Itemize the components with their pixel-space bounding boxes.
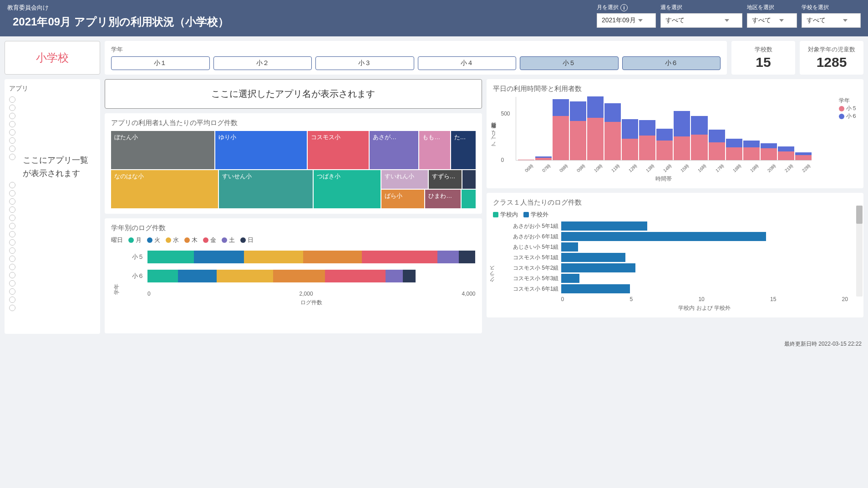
app-radio-item[interactable] xyxy=(9,231,96,237)
logcount-chart[interactable]: 学年 小５小６ 02,0004,000 ログ件数 xyxy=(111,251,476,328)
time-bar[interactable]: 13時 xyxy=(639,120,655,160)
app-radio-item[interactable] xyxy=(9,206,96,213)
top-row: 学年 小１小２小３小４小５小６ 学校数 15 対象学年の児童数 1285 xyxy=(105,41,863,75)
app-radio-item[interactable] xyxy=(9,105,96,111)
grade-button[interactable]: 小５ xyxy=(520,56,619,70)
class-bar[interactable] xyxy=(561,274,848,283)
treemap-cell[interactable]: つばき小 xyxy=(314,170,381,208)
time-chart[interactable]: 学年 小５ 小６ アプリ利用者数/日 500 0 06時07時08時09時10時… xyxy=(493,97,858,183)
class-bar[interactable] xyxy=(561,232,848,241)
app-radio-item[interactable] xyxy=(9,113,96,119)
app-radio-item[interactable] xyxy=(9,129,96,136)
time-bar[interactable]: 21時 xyxy=(778,146,794,160)
treemap-cell[interactable]: あさが… xyxy=(370,131,418,169)
legend-dot xyxy=(128,237,134,243)
grade-button[interactable]: 小６ xyxy=(622,56,721,70)
class-bar[interactable] xyxy=(561,284,848,293)
time-bar[interactable]: 16時 xyxy=(691,116,707,160)
legend-item[interactable]: 日 xyxy=(240,236,254,244)
legend-item[interactable]: 水 xyxy=(166,236,179,244)
filter-region-select[interactable]: すべて xyxy=(747,13,797,28)
treemap-cell[interactable]: た… xyxy=(451,131,476,169)
legend-item[interactable]: 金 xyxy=(203,236,216,244)
header-subtitle: 教育委員会向け xyxy=(7,4,229,12)
class-bar[interactable] xyxy=(561,263,848,272)
filter-week-select[interactable]: すべて xyxy=(660,13,742,28)
time-bar[interactable]: 11時 xyxy=(604,103,621,160)
legend-item[interactable]: 土 xyxy=(222,236,235,244)
time-bar[interactable]: 06時 xyxy=(518,160,534,160)
app-radio-item[interactable] xyxy=(9,288,96,295)
app-radio-item[interactable] xyxy=(9,305,96,311)
app-radio-item[interactable] xyxy=(9,182,96,188)
app-radio-item[interactable] xyxy=(9,297,96,303)
app-radio-item[interactable] xyxy=(9,280,96,287)
app-radio-item[interactable] xyxy=(9,121,96,127)
time-bar[interactable]: 22時 xyxy=(795,152,812,160)
app-radio-item[interactable] xyxy=(9,239,96,246)
treemap-cell[interactable]: すいせん小 xyxy=(219,170,313,208)
treemap-cell[interactable]: コスモス小 xyxy=(308,131,369,169)
time-bar[interactable]: 14時 xyxy=(656,129,673,160)
radio-icon xyxy=(9,280,15,287)
bar-segment xyxy=(459,251,476,263)
time-bar[interactable]: 12時 xyxy=(622,119,638,160)
time-bar[interactable]: 20時 xyxy=(761,143,777,160)
legend-item[interactable]: 月 xyxy=(128,236,142,244)
stacked-bar[interactable] xyxy=(147,270,416,282)
time-bar[interactable]: 08時 xyxy=(553,99,569,160)
time-bar[interactable]: 17時 xyxy=(709,130,725,160)
info-icon[interactable]: i xyxy=(620,4,628,11)
treemap-cell[interactable]: ひまわ… xyxy=(425,190,461,208)
grade-button[interactable]: 小１ xyxy=(111,56,210,70)
class-bar[interactable] xyxy=(561,253,848,262)
treemap-cell[interactable]: もも… xyxy=(419,131,450,169)
legend-item[interactable]: 木 xyxy=(184,236,198,244)
app-radio-item[interactable] xyxy=(9,96,96,103)
scrollbar-thumb[interactable] xyxy=(856,206,863,224)
grade-button[interactable]: 小２ xyxy=(213,56,312,70)
app-radio-item[interactable] xyxy=(9,137,96,144)
app-radio-item[interactable] xyxy=(9,198,96,205)
class-chart[interactable]: クラス あさがお小 5年1組あさがお小 6年1組あじさい小 5年1組コスモス小 … xyxy=(493,221,858,312)
app-radio-item[interactable] xyxy=(9,256,96,262)
app-radio-item[interactable] xyxy=(9,247,96,254)
time-bar[interactable]: 15時 xyxy=(674,111,690,160)
app-radio-item[interactable]: ここにアプリ一覧が表示されます xyxy=(9,154,96,180)
app-radio-item[interactable] xyxy=(9,146,96,152)
page-title: 2021年09月 アプリ別の利用状況（小学校） xyxy=(13,15,229,29)
time-bar[interactable]: 18時 xyxy=(726,139,742,160)
treemap-chart[interactable]: ぼたん小ゆり小コスモス小あさが…もも…た…なのはな小すいせん小つばき小すいれん小… xyxy=(111,131,476,208)
time-bar[interactable]: 10時 xyxy=(587,96,604,160)
treemap-cell[interactable] xyxy=(462,190,475,208)
time-bar[interactable]: 07時 xyxy=(535,156,552,160)
time-bar[interactable]: 09時 xyxy=(570,101,586,160)
app-radio-item[interactable] xyxy=(9,215,96,221)
class-bar-label: あさがお小 6年1組 xyxy=(493,233,559,241)
app-radio-item[interactable] xyxy=(9,223,96,229)
treemap-cell[interactable]: ばら小 xyxy=(381,190,424,208)
treemap-cell[interactable]: ゆり小 xyxy=(215,131,307,169)
bar-segment xyxy=(674,111,690,136)
grade-button[interactable]: 小３ xyxy=(315,56,414,70)
treemap-cell[interactable]: すずら… xyxy=(429,170,462,189)
treemap-cell[interactable]: ぼたん小 xyxy=(111,131,214,169)
legend-item[interactable]: 火 xyxy=(147,236,160,244)
bar-segment xyxy=(561,284,630,293)
stacked-bar[interactable] xyxy=(147,251,476,263)
treemap-cell[interactable]: すいれん小 xyxy=(381,170,428,189)
filter-month-select[interactable]: 2021年09月 xyxy=(597,13,656,28)
grade-button[interactable]: 小４ xyxy=(418,56,517,70)
filter-school-select[interactable]: すべて xyxy=(802,13,861,28)
app-radio-item[interactable] xyxy=(9,264,96,270)
app-radio-item[interactable] xyxy=(9,272,96,278)
scrollbar[interactable] xyxy=(856,206,863,297)
time-bar[interactable]: 19時 xyxy=(743,141,760,160)
bar-segment xyxy=(178,270,217,282)
treemap-cell[interactable]: なのはな小 xyxy=(111,170,218,208)
app-radio-item[interactable] xyxy=(9,190,96,196)
treemap-cell[interactable] xyxy=(462,170,476,189)
radio-icon xyxy=(9,231,15,237)
class-bar[interactable] xyxy=(561,242,848,252)
class-bar[interactable] xyxy=(561,221,848,231)
